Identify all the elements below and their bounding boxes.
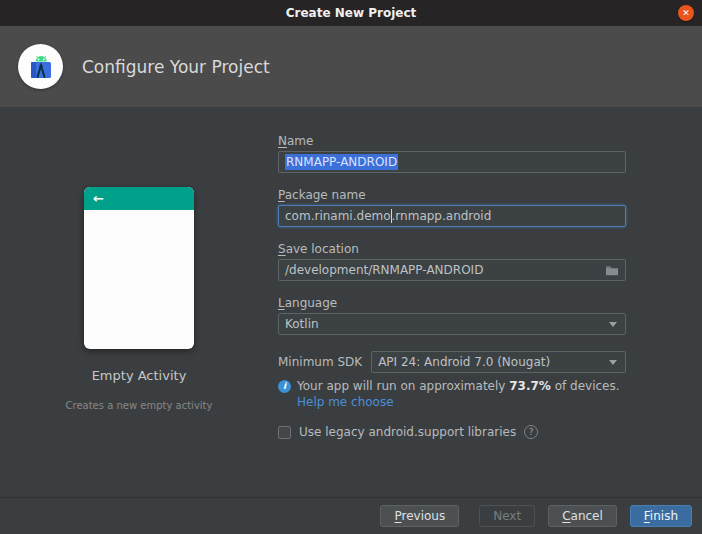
create-new-project-dialog: Create New Project ✕ Configure Your Proj… <box>0 0 702 534</box>
window-title: Create New Project <box>286 6 417 20</box>
save-location-label: Save location <box>278 242 626 256</box>
save-location-label-rest: ave location <box>286 242 359 256</box>
package-label-mnemonic: P <box>278 188 285 202</box>
cancel-mnemonic: C <box>562 509 570 523</box>
template-description: Creates a new empty activity <box>0 400 278 411</box>
sdk-info-percent: 73.7% <box>509 379 551 393</box>
minimum-sdk-dropdown[interactable]: API 24: Android 7.0 (Nougat) <box>371 351 626 373</box>
language-selected-value: Kotlin <box>285 317 319 331</box>
help-icon[interactable]: ? <box>524 425 538 439</box>
save-location-value: /development/RNMAPP-ANDROID <box>285 263 483 277</box>
legacy-support-row: Use legacy android.support libraries ? <box>278 425 626 439</box>
browse-folder-button[interactable] <box>605 264 619 276</box>
project-form: Name RNMAPP-ANDROID Package name com.rin… <box>278 108 626 439</box>
package-text-after-caret: .rnmapp.android <box>392 209 492 223</box>
next-label: Next <box>493 509 521 523</box>
empty-activity-thumbnail: ← <box>84 187 194 349</box>
minimum-sdk-row: Minimum SDK API 24: Android 7.0 (Nougat) <box>278 351 626 373</box>
wizard-header: Configure Your Project <box>0 26 702 108</box>
minimum-sdk-selected-value: API 24: Android 7.0 (Nougat) <box>378 355 550 369</box>
sdk-info-text-before: Your app will run on approximately <box>297 379 509 393</box>
package-name-input[interactable]: com.rinami.demo.rnmapp.android <box>278 205 626 227</box>
name-input[interactable]: RNMAPP-ANDROID <box>278 151 626 173</box>
chevron-down-icon <box>609 322 617 327</box>
info-icon: i <box>278 380 291 393</box>
previous-rest: revious <box>402 509 446 523</box>
thumbnail-appbar: ← <box>84 187 194 210</box>
minimum-sdk-label: Minimum SDK <box>278 355 362 369</box>
name-input-selected-text: RNMAPP-ANDROID <box>285 154 398 170</box>
next-button: Next <box>479 505 535 527</box>
titlebar: Create New Project ✕ <box>0 0 702 26</box>
chevron-down-icon <box>609 360 617 365</box>
page-title: Configure Your Project <box>82 57 270 77</box>
sdk-info-text: Your app will run on approximately 73.7%… <box>297 379 620 393</box>
package-text-before-caret: com.rinami.demo <box>285 209 391 223</box>
android-studio-icon <box>18 44 63 89</box>
language-label-rest: anguage <box>285 296 338 310</box>
package-name-label: Package name <box>278 188 626 202</box>
legacy-support-label: Use legacy android.support libraries <box>299 425 516 439</box>
close-button[interactable]: ✕ <box>678 5 694 21</box>
save-location-input[interactable]: /development/RNMAPP-ANDROID <box>278 259 626 281</box>
finish-button[interactable]: Finish <box>630 505 692 527</box>
folder-icon <box>605 264 619 276</box>
help-me-choose-link[interactable]: Help me choose <box>297 395 394 409</box>
dialog-body: ← Empty Activity Creates a new empty act… <box>0 108 702 497</box>
template-preview-panel: ← Empty Activity Creates a new empty act… <box>0 108 278 411</box>
close-icon: ✕ <box>682 8 690 18</box>
dialog-footer: Previous Next Cancel Finish <box>0 497 702 534</box>
name-label: Name <box>278 134 626 148</box>
name-label-rest: ame <box>287 134 313 148</box>
save-location-label-mnemonic: S <box>278 242 286 256</box>
language-label-mnemonic: L <box>278 296 285 310</box>
package-label-rest: ackage name <box>285 188 366 202</box>
back-arrow-icon: ← <box>93 192 104 205</box>
previous-mnemonic: P <box>394 509 401 523</box>
legacy-support-checkbox[interactable] <box>278 426 291 439</box>
sdk-info-text-after: of devices. <box>551 379 620 393</box>
name-label-mnemonic: N <box>278 134 287 148</box>
previous-button[interactable]: Previous <box>380 505 459 527</box>
cancel-rest: ancel <box>571 509 603 523</box>
sdk-info-row: i Your app will run on approximately 73.… <box>278 379 626 393</box>
finish-rest: inish <box>650 509 678 523</box>
language-label: Language <box>278 296 626 310</box>
cancel-button[interactable]: Cancel <box>548 505 617 527</box>
android-studio-logo-icon <box>27 53 55 81</box>
template-name: Empty Activity <box>0 368 278 383</box>
language-dropdown[interactable]: Kotlin <box>278 313 626 335</box>
